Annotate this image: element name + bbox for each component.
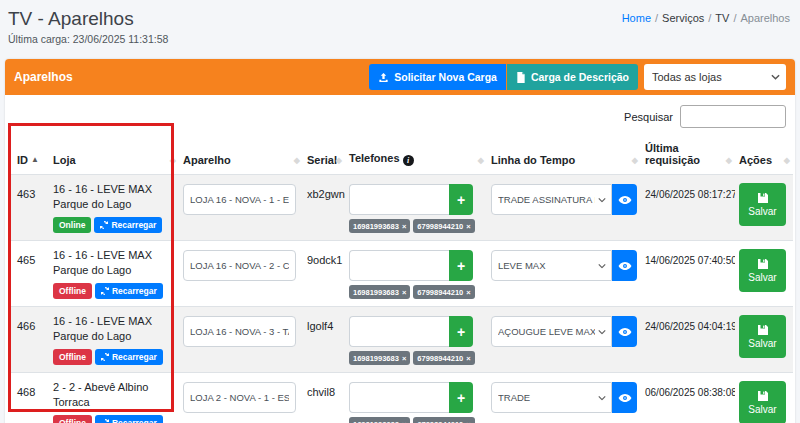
table-row: 465 16 - 16 - LEVE MAX Parque do Lago Of… xyxy=(11,241,793,307)
device-name-input[interactable] xyxy=(183,250,296,281)
sort-icon: ◆ xyxy=(784,156,790,165)
file-icon xyxy=(516,72,526,83)
timeline-select[interactable]: LEVE MAX xyxy=(491,250,612,281)
breadcrumb-aparelhos: Aparelhos xyxy=(740,12,790,24)
search-input[interactable] xyxy=(680,105,786,128)
phone-tag[interactable]: 16981993683 × xyxy=(349,417,410,423)
remove-phone-icon[interactable]: × xyxy=(402,288,406,297)
table-header-row: ID▲ Loja◆ Aparelho◆ Serial◆ Telefonesi◆ xyxy=(11,138,793,175)
column-header-loja[interactable]: Loja◆ xyxy=(49,138,179,175)
refresh-icon xyxy=(100,221,108,229)
store-name: 16 - 16 - LEVE MAX Parque do Lago xyxy=(53,314,175,345)
refresh-icon xyxy=(101,353,109,361)
eye-icon xyxy=(618,259,632,273)
eye-icon xyxy=(618,193,632,207)
breadcrumb: Home/Serviços/TV/Aparelhos xyxy=(622,12,790,45)
store-filter-select[interactable]: Todas as lojas xyxy=(644,64,786,90)
device-name-input[interactable] xyxy=(183,316,296,347)
column-header-aparelho[interactable]: Aparelho◆ xyxy=(179,138,303,175)
table-row: 468 2 - 2 - Abevê Albino Torraca Offline… xyxy=(11,373,793,423)
recarregar-button[interactable]: Recarregar xyxy=(94,217,162,233)
save-icon xyxy=(757,192,769,204)
column-header-serial[interactable]: Serial◆ xyxy=(303,138,345,175)
phone-tags: 16981993683 ×67998944210 × xyxy=(349,351,483,365)
serial-value: xb2gwn xyxy=(307,188,345,200)
devices-table: ID▲ Loja◆ Aparelho◆ Serial◆ Telefonesi◆ xyxy=(11,138,793,423)
device-name-input[interactable] xyxy=(183,184,296,215)
add-phone-button[interactable]: + xyxy=(449,250,473,281)
view-timeline-button[interactable] xyxy=(612,250,637,281)
sort-icon: ◆ xyxy=(726,156,732,165)
info-icon[interactable]: i xyxy=(403,155,414,166)
aparelhos-card: Aparelhos Solicitar Nova Carga Carga de … xyxy=(5,59,795,423)
phone-input[interactable] xyxy=(349,250,449,281)
phone-tag[interactable]: 67998944210 × xyxy=(413,219,474,233)
save-button[interactable]: Salvar xyxy=(739,183,786,226)
column-header-id[interactable]: ID▲ xyxy=(11,138,49,175)
phone-tag[interactable]: 67998944210 × xyxy=(413,285,474,299)
phone-tags: 16981993683 ×67998944210 × xyxy=(349,417,483,423)
sort-icon: ◆ xyxy=(336,156,342,165)
add-phone-button[interactable]: + xyxy=(449,184,473,215)
recarregar-button[interactable]: Recarregar xyxy=(95,349,163,365)
save-button[interactable]: Salvar xyxy=(739,315,786,358)
column-header-ultima-requisicao[interactable]: Última requisição◆ xyxy=(641,138,735,175)
timeline-select[interactable]: TRADE ASSINATURA LVMX xyxy=(491,184,612,215)
table-row: 466 16 - 16 - LEVE MAX Parque do Lago Of… xyxy=(11,307,793,373)
remove-phone-icon[interactable]: × xyxy=(402,354,406,363)
store-name: 2 - 2 - Abevê Albino Torraca xyxy=(53,380,175,411)
remove-phone-icon[interactable]: × xyxy=(466,420,470,423)
phone-tag[interactable]: 67998944210 × xyxy=(413,351,474,365)
remove-phone-icon[interactable]: × xyxy=(402,222,406,231)
column-header-acoes[interactable]: Ações◆ xyxy=(735,138,793,175)
remove-phone-icon[interactable]: × xyxy=(402,420,406,423)
page-header: TV - Aparelhos Última carga: 23/06/2025 … xyxy=(0,0,800,45)
refresh-icon xyxy=(101,287,109,295)
phone-tag[interactable]: 67998944210 × xyxy=(413,417,474,423)
status-badge: Offline xyxy=(53,349,92,365)
upload-icon xyxy=(378,72,389,83)
breadcrumb-home[interactable]: Home xyxy=(622,12,651,24)
device-name-input[interactable] xyxy=(183,382,296,413)
status-badge: Offline xyxy=(53,283,92,299)
save-icon xyxy=(757,324,769,336)
phone-input[interactable] xyxy=(349,382,449,413)
phone-input[interactable] xyxy=(349,184,449,215)
last-request-time: 14/06/2025 07:40:50 xyxy=(645,255,735,266)
serial-value: 9odck1 xyxy=(307,254,342,266)
remove-phone-icon[interactable]: × xyxy=(466,222,470,231)
phone-tags: 16981993683 ×67998944210 × xyxy=(349,219,483,233)
phone-tags: 16981993683 ×67998944210 × xyxy=(349,285,483,299)
phone-tag[interactable]: 16981993683 × xyxy=(349,285,410,299)
remove-phone-icon[interactable]: × xyxy=(466,288,470,297)
column-header-telefones[interactable]: Telefonesi◆ xyxy=(345,138,487,175)
view-timeline-button[interactable] xyxy=(612,184,637,215)
add-phone-button[interactable]: + xyxy=(449,382,473,413)
phone-input[interactable] xyxy=(349,316,449,347)
view-timeline-button[interactable] xyxy=(612,316,637,347)
sort-icon: ◆ xyxy=(170,156,176,165)
view-timeline-button[interactable] xyxy=(612,382,637,413)
status-badge: Online xyxy=(53,217,91,233)
carga-de-descricao-button[interactable]: Carga de Descrição xyxy=(507,64,638,90)
status-badge: Offline xyxy=(53,415,92,423)
save-button[interactable]: Salvar xyxy=(739,381,786,423)
recarregar-button[interactable]: Recarregar xyxy=(95,415,163,423)
eye-icon xyxy=(618,325,632,339)
breadcrumb-servicos[interactable]: Serviços xyxy=(662,12,704,24)
timeline-select[interactable]: AÇOUGUE LEVE MAX xyxy=(491,316,612,347)
sort-icon: ◆ xyxy=(478,156,484,165)
phone-tag[interactable]: 16981993683 × xyxy=(349,351,410,365)
add-phone-button[interactable]: + xyxy=(449,316,473,347)
device-id: 463 xyxy=(17,188,35,200)
sort-asc-icon: ▲ xyxy=(31,155,39,164)
column-header-linha-do-tempo[interactable]: Linha do Tempo◆ xyxy=(487,138,641,175)
eye-icon xyxy=(618,391,632,405)
remove-phone-icon[interactable]: × xyxy=(466,354,470,363)
save-button[interactable]: Salvar xyxy=(739,249,786,292)
timeline-select[interactable]: TRADE xyxy=(491,382,612,413)
breadcrumb-tv[interactable]: TV xyxy=(715,12,729,24)
phone-tag[interactable]: 16981993683 × xyxy=(349,219,410,233)
recarregar-button[interactable]: Recarregar xyxy=(95,283,163,299)
solicitar-nova-carga-button[interactable]: Solicitar Nova Carga xyxy=(369,64,506,90)
